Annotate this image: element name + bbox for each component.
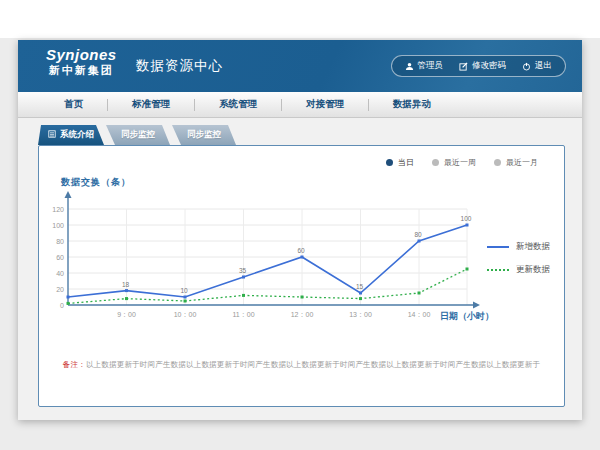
legend-item-new-data[interactable]: 新增数据	[487, 241, 550, 253]
svg-text:日期（小时）: 日期（小时）	[440, 311, 494, 321]
document-icon	[48, 130, 56, 140]
user-toolbar: 管理员 修改密码 退出	[391, 55, 567, 77]
nav-item-system-mgmt[interactable]: 系统管理	[195, 98, 281, 111]
change-password-label: 修改密码	[472, 60, 506, 72]
user-icon	[405, 62, 414, 71]
range-option-last-month[interactable]: 最近一月	[494, 157, 538, 168]
svg-text:18: 18	[122, 281, 130, 288]
svg-text:80: 80	[56, 238, 64, 245]
admin-user-button[interactable]: 管理员	[405, 60, 444, 72]
page-title: 数据资源中心	[136, 57, 223, 75]
legend-label: 更新数据	[516, 264, 550, 276]
footnote-prefix: 备注：	[63, 360, 86, 369]
range-option-today[interactable]: 当日	[386, 157, 414, 168]
svg-text:0: 0	[60, 302, 64, 309]
edit-icon	[459, 62, 468, 71]
app-header: Synjones 新中新集团 数据资源中心 管理员 修改密码 退出	[18, 40, 582, 92]
tab-system-intro[interactable]: 系统介绍	[38, 125, 104, 145]
logo-text-cn: 新中新集团	[46, 64, 117, 76]
svg-text:120: 120	[52, 206, 64, 213]
admin-user-label: 管理员	[418, 60, 444, 72]
svg-text:12：00: 12：00	[291, 311, 314, 318]
svg-text:11：00: 11：00	[232, 311, 254, 318]
legend-item-update-data[interactable]: 更新数据	[487, 264, 550, 276]
chart-legend: 新增数据 更新数据	[487, 241, 550, 276]
tab-label: 同步监控	[187, 129, 221, 141]
svg-text:60: 60	[297, 247, 305, 254]
company-logo: Synjones 新中新集团	[46, 47, 117, 76]
svg-text:14：00: 14：00	[408, 311, 431, 318]
svg-text:40: 40	[56, 270, 64, 277]
nav-item-home[interactable]: 首页	[40, 98, 107, 111]
radio-icon	[494, 159, 501, 166]
svg-text:10：00: 10：00	[174, 311, 197, 318]
svg-text:10: 10	[180, 287, 188, 294]
range-label: 最近一周	[444, 157, 476, 168]
range-option-last-week[interactable]: 最近一周	[432, 157, 476, 168]
logout-label: 退出	[535, 60, 552, 72]
nav-item-interface-mgmt[interactable]: 对接管理	[282, 98, 368, 111]
tab-label: 同步监控	[121, 129, 155, 141]
nav-item-data-change[interactable]: 数据异动	[369, 98, 455, 111]
content-panel: 当日 最近一周 最近一月 数据交换（条） 0204060801001209：00…	[38, 145, 565, 407]
logout-button[interactable]: 退出	[522, 60, 552, 72]
footnote: 备注：以上数据更新于时间产生数据以上数据更新于时间产生数据以上数据更新于时间产生…	[39, 360, 564, 370]
dotted-line-icon	[487, 269, 509, 271]
radio-icon	[386, 159, 393, 166]
time-range-filter: 当日 最近一周 最近一月	[386, 157, 538, 168]
svg-text:100: 100	[461, 215, 472, 222]
svg-text:13：00: 13：00	[349, 311, 372, 318]
svg-text:15: 15	[356, 283, 364, 290]
nav-item-standard-mgmt[interactable]: 标准管理	[108, 98, 194, 111]
svg-text:100: 100	[52, 222, 64, 229]
tab-sync-monitor-1[interactable]: 同步监控	[106, 125, 170, 145]
footnote-text: 以上数据更新于时间产生数据以上数据更新于时间产生数据以上数据更新于时间产生数据以…	[86, 360, 540, 369]
svg-text:60: 60	[56, 254, 64, 261]
y-axis-title: 数据交换（条）	[61, 176, 131, 189]
svg-text:20: 20	[56, 286, 64, 293]
tab-label: 系统介绍	[60, 129, 94, 141]
range-label: 当日	[398, 157, 414, 168]
change-password-button[interactable]: 修改密码	[459, 60, 506, 72]
line-chart: 0204060801001209：0010：0011：0012：0013：001…	[47, 190, 515, 336]
solid-line-icon	[487, 246, 509, 248]
range-label: 最近一月	[506, 157, 538, 168]
svg-text:80: 80	[414, 231, 422, 238]
svg-text:35: 35	[239, 267, 247, 274]
svg-text:9：00: 9：00	[117, 311, 136, 318]
legend-label: 新增数据	[516, 241, 550, 253]
logo-text-en: Synjones	[46, 47, 117, 64]
app-window: Synjones 新中新集团 数据资源中心 管理员 修改密码 退出	[18, 40, 582, 420]
tab-bar: 系统介绍 同步监控 同步监控	[38, 125, 236, 145]
main-nav: 首页 标准管理 系统管理 对接管理 数据异动	[18, 92, 582, 118]
power-icon	[522, 62, 531, 71]
radio-icon	[432, 159, 439, 166]
tab-sync-monitor-2[interactable]: 同步监控	[172, 125, 236, 145]
